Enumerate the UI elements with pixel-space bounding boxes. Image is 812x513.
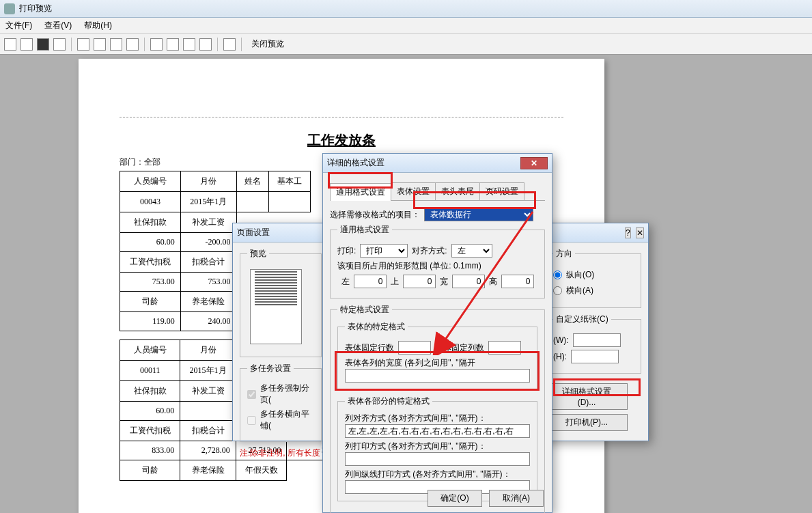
app-icon [4,3,15,14]
dept-value: 全部 [144,157,160,167]
rect-height-input[interactable] [501,275,534,288]
preview-legend: 预览 [247,248,269,260]
tab-body[interactable]: 表体设置 [391,182,436,200]
rect-top-input[interactable] [403,275,436,288]
rect-left-input[interactable] [354,275,387,288]
menu-file[interactable]: 文件(F) [3,18,35,33]
printer-button[interactable]: 打印机(P)... [546,414,628,431]
direction-legend: 方向 [553,248,575,260]
part-spec-legend: 表体各部分的特定格式 [345,396,432,407]
rect-width-input[interactable] [452,275,485,288]
close-preview-button[interactable]: 关闭预览 [247,37,288,51]
col-width-input[interactable] [345,369,530,383]
tool-zoomout-icon[interactable] [167,38,179,51]
separator [144,38,145,51]
mini-preview [250,269,302,344]
spec-legend: 特定格式设置 [337,304,392,316]
tool-prev-icon[interactable] [94,38,106,51]
tool-zoom100-icon[interactable] [183,38,195,51]
menu-view[interactable]: 查看(V) [42,18,74,33]
window-title: 打印预览 [19,3,52,14]
tool-save-icon[interactable] [37,38,49,51]
separator [71,38,72,51]
col-print-input[interactable] [345,452,530,466]
detail-format-button[interactable]: 详细格式设置(D)... [546,383,628,410]
detail-dialog-title: 详细的格式设置 [327,157,384,169]
col-align-input[interactable] [345,424,530,438]
help-button[interactable]: ? [625,227,631,238]
close-icon[interactable]: ✕ [636,227,644,238]
tool-next-icon[interactable] [110,38,122,51]
multitask-legend: 多任务设置 [247,363,294,374]
ok-button[interactable]: 确定(O) [428,490,482,507]
separator [217,38,218,51]
tool-zoomin-icon[interactable] [150,38,163,51]
fix-row-input[interactable] [398,341,431,355]
custom-paper-legend: 自定义纸张(C) [553,314,611,325]
select-item-dropdown[interactable]: 表体数据行 [424,208,533,221]
cancel-button[interactable]: 取消(A) [489,490,544,507]
paper-height-input[interactable] [571,350,619,363]
tool-first-icon[interactable] [77,38,89,51]
paper-width-input[interactable] [573,333,621,347]
general-legend: 通用格式设置 [337,224,392,236]
tool-print-icon[interactable] [53,38,66,51]
print-select[interactable]: 打印 [360,244,408,258]
tab-pagenum[interactable]: 页码设置 [479,182,524,200]
multitask-pagebreak-checkbox[interactable] [247,390,256,399]
tab-headerfooter[interactable]: 表头表尾 [435,182,480,200]
body-spec-legend: 表体的特定格式 [345,321,408,333]
rect-label: 该项目所占用的矩形范围 (单位: 0.1mm) [337,260,537,272]
landscape-radio[interactable] [553,286,562,295]
tool-last-icon[interactable] [126,38,139,51]
length-note: 注:除非注明, 所有长度 [240,447,322,459]
fix-col-input[interactable] [488,341,521,355]
tool-new-icon[interactable] [20,38,33,51]
tab-general[interactable]: 通用格式设置 [330,183,391,201]
tool-open-icon[interactable] [4,38,16,51]
multitask-tile-checkbox[interactable] [247,416,256,425]
close-icon[interactable]: ✕ [520,157,548,169]
menu-help[interactable]: 帮助(H) [81,18,115,33]
tool-export-icon[interactable] [223,38,236,51]
separator [241,38,242,51]
tool-zoomfit-icon[interactable] [199,38,212,51]
select-item-label: 选择需修改格式的项目： [330,209,420,221]
detail-format-dialog: 详细的格式设置 ✕ 通用格式设置 表体设置 表头表尾 页码设置 选择需修改格式的… [322,153,552,513]
page-divider [120,117,563,117]
page-setup-title: 页面设置 [237,227,270,238]
doc-title: 工作发放条 [120,131,563,150]
dept-label: 部门： [120,157,144,167]
portrait-radio[interactable] [553,271,562,279]
align-select[interactable]: 左 [451,244,492,258]
